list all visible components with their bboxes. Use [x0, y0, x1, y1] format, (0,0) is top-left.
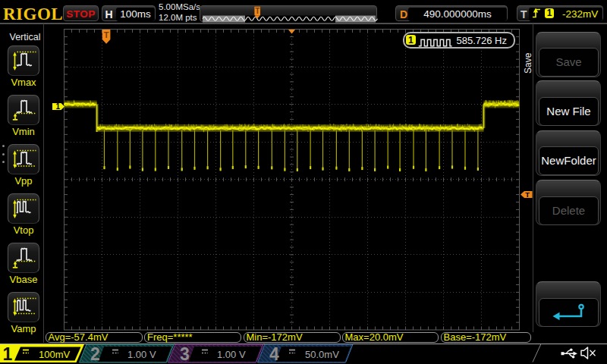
svg-text:T: T	[255, 7, 259, 15]
svg-text:4: 4	[269, 344, 279, 364]
svg-text:1: 1	[3, 344, 13, 364]
svg-text:3: 3	[180, 344, 190, 364]
svg-text:2: 2	[90, 344, 100, 364]
svg-text:1.00 V: 1.00 V	[217, 349, 246, 360]
svg-text:1.00 V: 1.00 V	[127, 349, 156, 360]
svg-text:T: T	[104, 30, 109, 39]
svg-text:50.0mV: 50.0mV	[305, 349, 339, 360]
svg-text:100mV: 100mV	[39, 349, 71, 360]
svg-text:T: T	[525, 190, 530, 199]
svg-text:1: 1	[56, 102, 61, 111]
